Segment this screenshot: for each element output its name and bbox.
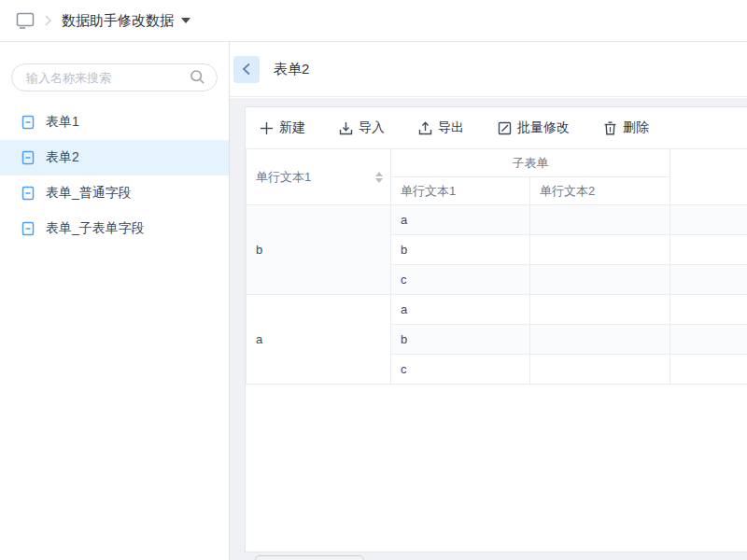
sub-cell[interactable]: b [391, 325, 530, 355]
page-title: 表单2 [274, 61, 309, 78]
sub-cell[interactable] [530, 235, 670, 265]
plus-icon [260, 121, 274, 135]
column-header-empty [670, 149, 747, 205]
document-icon [21, 150, 35, 165]
sub-cell[interactable]: b [391, 235, 530, 265]
empty-cell[interactable] [670, 355, 747, 385]
monitor-icon[interactable] [14, 9, 36, 32]
sidebar-item-label: 表单_子表单字段 [46, 220, 145, 237]
data-table-card: 新建 导入 导出 批量修改 [245, 106, 747, 553]
form-list: 表单1 表单2 表单_普通字段 表单_子表单字段 [0, 105, 229, 246]
batch-edit-button-label: 批量修改 [517, 119, 570, 136]
document-icon [21, 221, 35, 236]
export-button-label: 导出 [438, 119, 464, 136]
top-bar: 数据助手修改数据 [0, 0, 747, 42]
sidebar: 表单1 表单2 表单_普通字段 表单_子表单字段 [0, 42, 230, 560]
subcolumn-header-1: 单行文本1 [391, 177, 530, 205]
sub-cell[interactable]: c [391, 265, 530, 295]
back-button[interactable] [233, 56, 260, 83]
empty-cell[interactable] [670, 265, 747, 295]
subcolumn-header-2: 单行文本2 [530, 177, 670, 205]
breadcrumb-chevron-icon [44, 15, 52, 26]
column-header-main[interactable]: 单行文本1 [247, 149, 391, 205]
table-row[interactable]: b a [247, 205, 747, 235]
new-button[interactable]: 新建 [260, 119, 305, 136]
delete-button[interactable]: 删除 [603, 119, 649, 136]
sub-cell[interactable] [530, 265, 670, 295]
batch-edit-button[interactable]: 批量修改 [498, 119, 570, 136]
sidebar-item-label: 表单2 [46, 149, 79, 166]
sidebar-item-label: 表单1 [46, 114, 79, 131]
trash-icon [603, 121, 617, 135]
main-header: 表单2 [230, 42, 747, 97]
sub-cell[interactable]: c [391, 355, 530, 385]
export-icon [418, 121, 432, 135]
column-header-label: 单行文本1 [256, 169, 311, 186]
empty-cell[interactable] [670, 325, 747, 355]
main-cell[interactable]: b [247, 205, 391, 295]
sidebar-item-form2[interactable]: 表单2 [0, 140, 229, 175]
import-icon [339, 121, 353, 135]
chevron-left-icon [242, 63, 251, 76]
new-button-label: 新建 [279, 119, 305, 136]
sub-cell[interactable] [530, 205, 670, 235]
sub-cell[interactable] [530, 355, 670, 385]
table-row[interactable]: a a [247, 295, 747, 325]
app-title-dropdown[interactable]: 数据助手修改数据 [62, 12, 190, 30]
empty-cell[interactable] [670, 205, 747, 235]
search-icon[interactable] [190, 69, 205, 89]
sub-cell[interactable]: a [391, 295, 530, 325]
caret-down-icon [181, 18, 190, 23]
sub-cell[interactable] [530, 325, 670, 355]
empty-cell[interactable] [670, 235, 747, 265]
document-icon [21, 186, 35, 201]
content-area: 新建 导入 导出 批量修改 [230, 98, 747, 560]
sidebar-item-form1[interactable]: 表单1 [0, 105, 229, 140]
app-title: 数据助手修改数据 [62, 12, 174, 30]
sub-cell[interactable] [530, 295, 670, 325]
document-icon [21, 115, 35, 130]
horizontal-scrollbar-thumb[interactable] [255, 555, 364, 560]
empty-cell[interactable] [670, 295, 747, 325]
import-button-label: 导入 [359, 119, 385, 136]
edit-icon [498, 121, 512, 135]
import-button[interactable]: 导入 [339, 119, 385, 136]
export-button[interactable]: 导出 [418, 119, 464, 136]
toolbar: 新建 导入 导出 批量修改 [246, 107, 747, 148]
sidebar-item-form-subform-fields[interactable]: 表单_子表单字段 [0, 211, 229, 246]
sidebar-item-form-plain-fields[interactable]: 表单_普通字段 [0, 175, 229, 211]
sort-icon[interactable] [375, 172, 383, 183]
subform-group-header: 子表单 [391, 149, 670, 177]
search-input[interactable] [11, 63, 218, 91]
sidebar-item-label: 表单_普通字段 [46, 185, 132, 202]
records-table: 单行文本1 子表单 单行文本1 单行文本2 b a [246, 148, 747, 385]
main-cell[interactable]: a [247, 295, 391, 385]
delete-button-label: 删除 [623, 119, 649, 136]
sub-cell[interactable]: a [391, 205, 530, 235]
